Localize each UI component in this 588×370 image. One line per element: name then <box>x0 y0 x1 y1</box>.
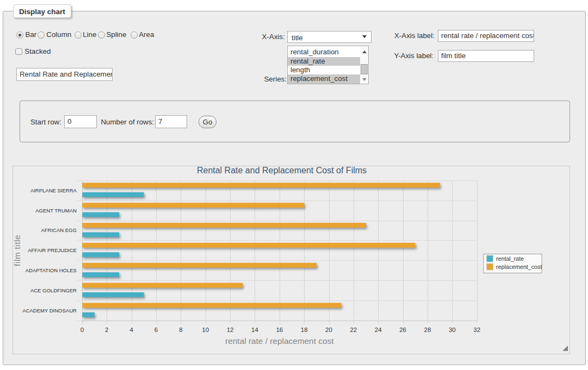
svg-text:rental_rate: rental_rate <box>496 255 524 262</box>
svg-text:rental rate / replacement cost: rental rate / replacement cost <box>225 336 334 346</box>
svg-text:20: 20 <box>325 327 332 333</box>
svg-text:26: 26 <box>399 327 406 333</box>
svg-text:6: 6 <box>154 327 158 333</box>
svg-text:AFRICAN EGG: AFRICAN EGG <box>41 227 76 233</box>
svg-text:0: 0 <box>81 327 84 333</box>
svg-text:10: 10 <box>202 327 209 333</box>
svg-text:24: 24 <box>375 327 382 333</box>
svg-text:ADAPTATION HOLES: ADAPTATION HOLES <box>26 267 77 273</box>
svg-text:ACADEMY DINOSAUR: ACADEMY DINOSAUR <box>22 308 77 313</box>
svg-text:AGENT TRUMAN: AGENT TRUMAN <box>35 208 77 214</box>
svg-text:12: 12 <box>227 327 234 333</box>
svg-text:AIRPLANE SIERRA: AIRPLANE SIERRA <box>30 187 77 193</box>
svg-text:replacement_cost: replacement_cost <box>496 264 542 270</box>
svg-text:8: 8 <box>179 327 182 333</box>
svg-text:32: 32 <box>473 327 480 333</box>
svg-text:film title: film title <box>13 235 22 266</box>
svg-text:ACE GOLDFINGER: ACE GOLDFINGER <box>30 287 77 293</box>
svg-text:30: 30 <box>449 327 456 333</box>
svg-text:16: 16 <box>276 327 283 333</box>
svg-text:14: 14 <box>251 327 258 333</box>
svg-text:2: 2 <box>105 327 108 333</box>
svg-text:4: 4 <box>129 327 133 333</box>
svg-text:28: 28 <box>424 327 431 333</box>
svg-text:22: 22 <box>350 327 357 333</box>
svg-text:AFFAIR PREJUDICE: AFFAIR PREJUDICE <box>28 247 77 253</box>
svg-text:Rental Rate and Replacement Co: Rental Rate and Replacement Cost of Film… <box>197 166 367 175</box>
svg-text:18: 18 <box>301 327 308 333</box>
